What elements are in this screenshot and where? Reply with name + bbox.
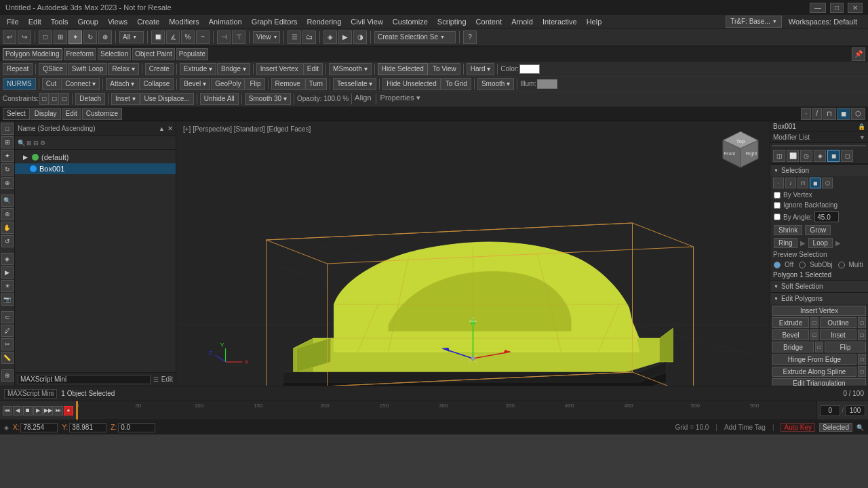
search-icon[interactable]: 🔍 [856,424,864,431]
flip-btn[interactable]: Flip [245,78,264,90]
collapse-btn[interactable]: Collapse [139,78,174,90]
x-input[interactable] [20,423,58,432]
tree-options-icon[interactable]: ⚙ [40,140,45,146]
rp-extrude-spline-btn[interactable]: Extrude Along Spline [772,367,856,377]
rp-outline-settings-btn[interactable]: □ [858,317,866,328]
tree-expand-icon[interactable]: ⊞ [26,140,32,146]
scale-lt-btn[interactable]: ⊕ [1,177,14,189]
activeshade-btn[interactable]: ◑ [353,30,367,44]
bridge-btn[interactable]: Bridge ▾ [217,63,250,75]
mirror-btn[interactable]: ⊣ [217,30,231,44]
tesselate-btn[interactable]: Tessellate ▾ [333,78,376,90]
rp-soft-selection-header[interactable]: Soft Selection [770,281,868,292]
tl-end-btn[interactable]: ⏭ [54,406,63,415]
rp-prop-icon-4[interactable]: ◈ [814,150,826,162]
smooth-btn[interactable]: Smooth ▾ [477,78,514,90]
timeline-track[interactable]: 0 50 100 150 200 250 300 350 400 450 500… [76,401,816,420]
render-lt-btn[interactable]: ▶ [1,266,14,279]
rp-grow-btn[interactable]: Grow [805,225,831,235]
illum-swatch[interactable] [537,79,557,89]
add-time-tag-btn[interactable]: Add Time Tag [724,424,766,431]
rp-prop-icon-6[interactable]: ◻ [841,150,853,162]
menu-help[interactable]: Help [583,17,606,26]
rp-modifier-list-dropdown[interactable]: ▼ [859,134,865,141]
tl-total-frame-input[interactable] [845,405,865,416]
turn-btn[interactable]: Turn [305,78,327,90]
rp-edit-triangulation-btn[interactable]: Edit Triangulation [772,378,866,386]
edit-btn[interactable]: Edit [303,63,323,75]
menu-arnold[interactable]: Arnold [507,17,537,26]
view-dropdown[interactable]: View [253,31,280,43]
inset-btn[interactable]: Inset ▾ [111,93,139,105]
subedit-select-tab[interactable]: Select [3,108,30,120]
nurms-btn[interactable]: NURMS [3,78,36,90]
hide-unselected-btn[interactable]: Hide Unselected [382,78,440,90]
render-setup-btn[interactable]: ◈ [323,30,337,44]
rp-by-vertex-checkbox[interactable] [774,192,781,199]
rp-bevel-settings-btn[interactable]: □ [810,329,818,340]
light-btn[interactable]: ☀ [1,280,14,292]
remove-btn[interactable]: Remove [271,78,304,90]
constraint-x-btn[interactable]: □ [50,93,59,105]
ribbon-tab-objectpaint[interactable]: Object Paint [132,48,174,60]
vertex-mode-btn[interactable]: · [801,108,811,120]
rp-by-angle-val[interactable] [814,211,839,222]
rp-prop-icon-5[interactable]: ◼ [827,150,840,162]
rp-radio-multi[interactable] [838,262,845,268]
border-mode-btn[interactable]: ⊓ [823,108,836,120]
ribbon-tab-selection[interactable]: Selection [98,48,131,60]
rp-ignore-backfacing-checkbox[interactable] [774,202,781,209]
layer-mgr-btn[interactable]: ☰ [288,30,301,44]
redo-btn[interactable]: ↪ [18,30,31,44]
anchor-btn[interactable]: ⊕ [1,369,14,382]
orbit-btn[interactable]: ↺ [1,235,14,247]
y-input[interactable] [69,423,106,432]
minimize-btn[interactable]: — [810,3,826,13]
create-selection-dropdown[interactable]: Create Selection Se [374,31,456,43]
spinner-snap-btn[interactable]: ~ [196,30,210,44]
scene-tree-close-btn[interactable]: ✕ [167,125,173,132]
rp-prop-icon-2[interactable]: ⬜ [787,150,799,162]
rp-radio-off[interactable] [774,262,781,268]
hard-btn[interactable]: Hard ▾ [467,63,494,75]
select-region-btn[interactable]: ⊞ [54,30,67,44]
rp-ring-btn[interactable]: Ring [774,238,797,248]
scene-tree-item-box001[interactable]: Box001 [15,163,176,174]
menu-interactive[interactable]: Interactive [538,17,581,26]
menu-views[interactable]: Views [104,17,132,26]
tl-record-btn[interactable]: ● [64,406,73,415]
rp-hinge-settings-btn[interactable]: □ [858,354,866,365]
maximize-btn[interactable]: □ [830,3,844,13]
rp-edit-polygons-header[interactable]: Edit Polygons [770,293,868,304]
rotate-lt-btn[interactable]: ↻ [1,163,14,176]
menu-tools[interactable]: Tools [47,17,73,26]
tree-collapse-icon[interactable]: ⊟ [33,140,39,146]
measure-btn[interactable]: 📏 [1,352,14,364]
menu-file[interactable]: File [3,17,23,26]
tl-next-frame-btn[interactable]: ▶▶ [43,406,53,415]
paint-btn[interactable]: 🖊 [1,325,14,337]
to-view-btn[interactable]: To View [429,63,460,75]
rp-shrink-btn[interactable]: Shrink [774,225,802,235]
rp-prop-icon-1[interactable]: ◫ [773,150,785,162]
close-btn[interactable]: ✕ [848,3,863,13]
ribbon-tab-polygon[interactable]: Polygon Modeling [3,48,62,60]
viewport[interactable]: [+] [Perspective] [Standard] [Edged Face… [176,121,770,386]
rp-selection-header[interactable]: Selection [770,165,868,176]
subedit-edit-tab[interactable]: Edit [62,108,81,120]
menu-scripting[interactable]: Scripting [433,17,471,26]
repeat-btn[interactable]: Repeat [3,63,33,75]
camera-btn[interactable]: 📷 [1,293,14,306]
rp-vert-icon[interactable]: · [773,178,784,188]
menu-content[interactable]: Content [472,17,507,26]
tl-prev-frame-btn[interactable]: ◀ [13,406,22,415]
rp-extrude-settings-btn[interactable]: □ [810,317,818,328]
rp-edge-icon[interactable]: / [785,178,796,188]
rp-bridge-poly-btn[interactable]: Bridge [772,342,814,352]
rp-by-angle-checkbox[interactable] [774,214,781,220]
rp-extrude-spline-settings-btn[interactable]: □ [858,366,866,377]
rp-border-icon[interactable]: ⊓ [797,178,808,188]
menu-rendering[interactable]: Rendering [303,17,346,26]
constraint-y-btn[interactable]: □ [60,93,69,105]
tl-play-btn[interactable]: ▶ [33,406,43,415]
